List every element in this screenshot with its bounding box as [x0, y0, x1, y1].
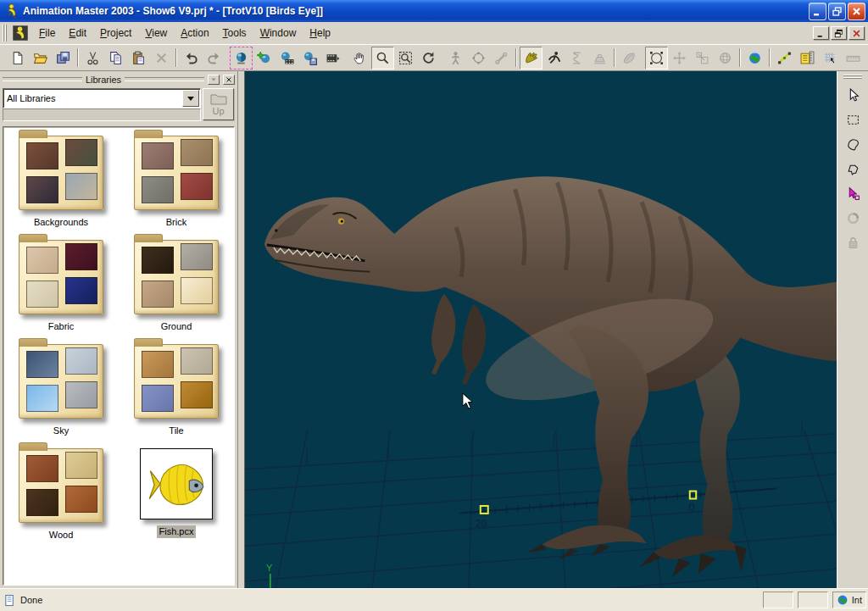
close-button[interactable] — [848, 3, 865, 20]
library-item-label[interactable]: Fish.pcx — [157, 525, 197, 538]
turn-view-icon[interactable] — [417, 47, 440, 69]
library-item-label[interactable]: Sky — [51, 425, 71, 437]
texture-thumbnail — [65, 452, 97, 479]
folder-icon[interactable] — [19, 240, 103, 314]
panel-splitter[interactable] — [238, 71, 245, 588]
bounding-mode-icon[interactable] — [645, 47, 668, 69]
folder-icon[interactable] — [19, 448, 103, 523]
save-all-icon[interactable] — [52, 47, 75, 69]
menu-action[interactable]: Action — [175, 25, 214, 42]
zoom-icon[interactable] — [371, 47, 394, 69]
grid-snap-icon[interactable] — [819, 47, 842, 69]
poly-lasso-tool-icon[interactable] — [841, 157, 865, 181]
menubar-grip[interactable] — [3, 25, 7, 42]
pointer-tool-icon[interactable] — [841, 83, 865, 107]
menu-project[interactable]: Project — [94, 25, 137, 42]
texture-thumbnails — [26, 351, 97, 410]
library-item-label[interactable]: Brick — [164, 216, 189, 229]
copy-icon[interactable] — [104, 47, 127, 69]
library-item-label[interactable]: Ground — [159, 320, 195, 333]
folder-icon[interactable] — [134, 136, 219, 210]
library-item-label[interactable]: Fabric — [46, 320, 77, 333]
viewport-3d[interactable]: 20 0 Y — [245, 71, 837, 588]
force-earth-icon[interactable] — [743, 47, 766, 69]
app-icon — [4, 3, 19, 19]
library-filter-select[interactable]: All Libraries — [3, 88, 201, 108]
folder-icon[interactable] — [134, 344, 219, 419]
texture-thumbnail — [26, 351, 58, 378]
cut-icon[interactable] — [81, 47, 104, 69]
menu-file[interactable]: File — [33, 25, 61, 42]
redo-icon — [203, 47, 225, 69]
menu-help[interactable]: Help — [303, 25, 337, 42]
filmstrip-icon[interactable] — [321, 47, 344, 69]
image-thumbnail[interactable] — [140, 448, 213, 519]
library-item-sky[interactable]: Sky — [7, 344, 115, 437]
library-item-brick[interactable]: Brick — [122, 136, 231, 229]
menu-edit[interactable]: Edit — [63, 25, 92, 42]
weight-mode-icon — [588, 47, 611, 69]
muscle-mode-icon[interactable] — [520, 47, 542, 69]
rect-select-tool-icon[interactable] — [841, 108, 865, 131]
panel-close-button[interactable] — [223, 75, 235, 85]
skeleton-mode-icon — [444, 47, 467, 69]
folder-icon[interactable] — [134, 240, 219, 314]
menu-view[interactable]: View — [139, 25, 173, 42]
texture-thumbnail — [181, 381, 213, 408]
render-mode-icon[interactable] — [230, 47, 253, 69]
model-mode-icon — [467, 47, 490, 69]
undo-icon[interactable] — [180, 47, 203, 69]
tool-palette-grip[interactable] — [843, 75, 862, 79]
scale-mode-icon — [691, 47, 714, 69]
render-lock-icon[interactable] — [253, 47, 275, 69]
minimize-button[interactable] — [809, 3, 826, 20]
panel-rule — [125, 77, 204, 81]
library-item-fabric[interactable]: Fabric — [7, 240, 115, 333]
mdi-minimize-button[interactable] — [813, 26, 829, 40]
texture-thumbnails — [26, 247, 97, 306]
open-project-icon[interactable] — [29, 47, 52, 69]
menubar: FileEditProjectViewActionToolsWindowHelp — [0, 22, 868, 45]
measure-tool-icon[interactable] — [796, 47, 819, 69]
menu-window[interactable]: Window — [254, 25, 303, 42]
skeletal-action-icon[interactable] — [542, 47, 565, 69]
menu-tools[interactable]: Tools — [217, 25, 253, 42]
texture-thumbnails — [142, 247, 213, 306]
pick-tool-icon[interactable] — [841, 181, 865, 205]
folder-icon[interactable] — [19, 136, 103, 210]
ruler-tool-icon — [842, 47, 865, 69]
create-animation-icon[interactable] — [275, 47, 298, 69]
library-item-wood[interactable]: Wood — [7, 448, 115, 542]
chevron-down-icon[interactable] — [182, 90, 199, 107]
status-document-icon — [3, 594, 16, 607]
texture-thumbnail — [65, 277, 97, 304]
library-item-backgrounds[interactable]: Backgrounds — [7, 136, 115, 229]
mdi-close-button[interactable] — [849, 26, 865, 40]
folder-icon[interactable] — [19, 344, 103, 419]
spline-tool-icon[interactable] — [773, 47, 796, 69]
main-toolbar: A — [0, 45, 868, 71]
paste-icon[interactable] — [127, 47, 150, 69]
restore-button[interactable] — [828, 3, 846, 20]
new-document-icon[interactable] — [6, 47, 29, 69]
library-item-ground[interactable]: Ground — [122, 240, 231, 333]
texture-thumbnail — [26, 385, 58, 412]
texture-thumbnail — [181, 139, 213, 166]
library-item-fish-pcx[interactable]: Fish.pcx — [122, 448, 231, 542]
trex-model[interactable] — [264, 176, 837, 577]
texture-thumbnails — [142, 142, 213, 202]
pin-tool-icon[interactable] — [865, 47, 868, 69]
library-item-label[interactable]: Backgrounds — [31, 216, 91, 229]
library-item-label[interactable]: Wood — [47, 529, 76, 542]
panel-rollup-button[interactable] — [208, 75, 220, 85]
save-animation-icon[interactable] — [298, 47, 321, 69]
library-item-label[interactable]: Tile — [166, 425, 186, 437]
document-icon[interactable] — [12, 25, 29, 42]
mdi-restore-button[interactable] — [831, 26, 847, 40]
library-item-tile[interactable]: Tile — [122, 344, 231, 437]
texture-thumbnail — [142, 385, 174, 412]
pan-hand-icon[interactable] — [348, 47, 371, 69]
zoom-fit-icon[interactable] — [394, 47, 417, 69]
y-axis-indicator: Y — [266, 563, 273, 588]
lasso-tool-icon[interactable] — [841, 132, 865, 156]
